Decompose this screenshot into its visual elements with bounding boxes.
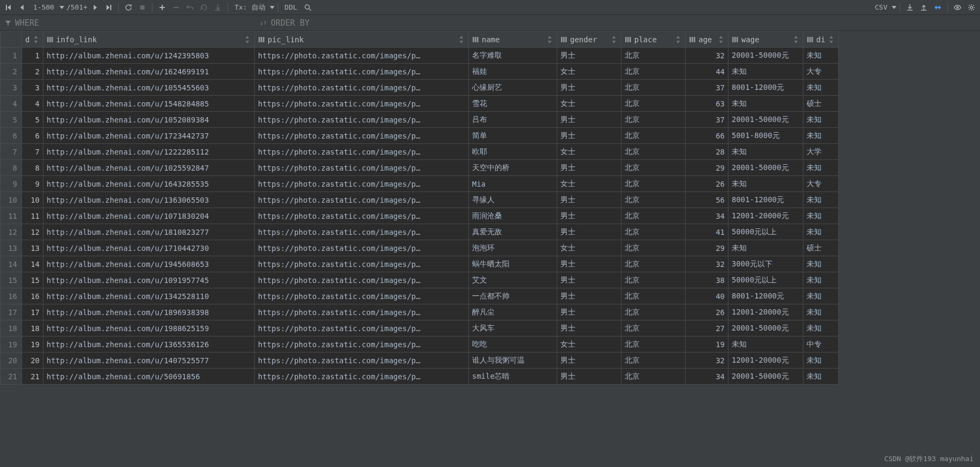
cell-di[interactable]: 未知	[803, 112, 839, 128]
cell-d[interactable]: 4	[22, 96, 43, 112]
cell-pic_link[interactable]: https://photo.zastatic.com/images/p…	[255, 112, 469, 128]
cell-info_link[interactable]: http://album.zhenai.com/u/1091957745	[43, 272, 255, 288]
row-gutter[interactable]: 20	[1, 353, 22, 369]
cell-age[interactable]: 66	[686, 128, 728, 144]
row-gutter[interactable]: 2	[1, 64, 22, 80]
cell-info_link[interactable]: http://album.zhenai.com/u/1548284885	[43, 96, 255, 112]
table-row[interactable]: 1010http://album.zhenai.com/u/1363065503…	[1, 192, 839, 208]
cell-pic_link[interactable]: https://photo.zastatic.com/images/p…	[255, 96, 469, 112]
cell-di[interactable]: 未知	[803, 320, 839, 336]
row-gutter[interactable]: 11	[1, 208, 22, 224]
cell-age[interactable]: 32	[686, 48, 728, 64]
cell-age[interactable]: 28	[686, 144, 728, 160]
remove-row-icon[interactable]	[170, 1, 183, 14]
cell-wage[interactable]: 50000元以上	[728, 272, 803, 288]
row-gutter[interactable]: 16	[1, 288, 22, 304]
cell-di[interactable]: 未知	[803, 128, 839, 144]
cell-pic_link[interactable]: https://photo.zastatic.com/images/p…	[255, 336, 469, 353]
cell-place[interactable]: 北京	[621, 112, 686, 128]
cell-place[interactable]: 北京	[621, 128, 686, 144]
cell-age[interactable]: 63	[686, 96, 728, 112]
cell-age[interactable]: 41	[686, 224, 728, 240]
cell-place[interactable]: 北京	[621, 144, 686, 160]
cell-wage[interactable]: 20001-50000元	[728, 160, 803, 176]
table-row[interactable]: 1919http://album.zhenai.com/u/1365536126…	[1, 336, 839, 353]
cell-gender[interactable]: 女士	[557, 176, 621, 192]
cell-gender[interactable]: 男士	[557, 256, 621, 272]
table-row[interactable]: 1313http://album.zhenai.com/u/1710442730…	[1, 240, 839, 256]
cell-d[interactable]: 20	[22, 353, 43, 369]
cell-info_link[interactable]: http://album.zhenai.com/u/1643285535	[43, 176, 255, 192]
tx-mode[interactable]: Tx: 自动	[231, 3, 268, 12]
row-gutter[interactable]: 7	[1, 144, 22, 160]
cell-age[interactable]: 32	[686, 256, 728, 272]
cell-d[interactable]: 1	[22, 48, 43, 64]
cell-gender[interactable]: 男士	[557, 80, 621, 96]
prev-page-icon[interactable]	[16, 1, 29, 14]
cell-age[interactable]: 26	[686, 176, 728, 192]
cell-place[interactable]: 北京	[621, 288, 686, 304]
table-row[interactable]: 1717http://album.zhenai.com/u/1896938398…	[1, 304, 839, 320]
cell-place[interactable]: 北京	[621, 208, 686, 224]
search-icon[interactable]	[301, 1, 314, 14]
cell-place[interactable]: 北京	[621, 48, 686, 64]
cell-di[interactable]: 硕士	[803, 96, 839, 112]
cell-pic_link[interactable]: https://photo.zastatic.com/images/p…	[255, 288, 469, 304]
table-row[interactable]: 1818http://album.zhenai.com/u/1988625159…	[1, 320, 839, 336]
cell-pic_link[interactable]: https://photo.zastatic.com/images/p…	[255, 128, 469, 144]
cell-info_link[interactable]: http://album.zhenai.com/u/1896938398	[43, 304, 255, 320]
cell-age[interactable]: 44	[686, 64, 728, 80]
cell-di[interactable]: 中专	[803, 336, 839, 353]
cell-name[interactable]: 名字难取	[469, 48, 557, 64]
cell-d[interactable]: 8	[22, 160, 43, 176]
row-gutter[interactable]: 14	[1, 256, 22, 272]
cell-d[interactable]: 2	[22, 64, 43, 80]
cell-wage[interactable]: 8001-12000元	[728, 192, 803, 208]
cell-d[interactable]: 5	[22, 112, 43, 128]
cell-name[interactable]: 吃吃	[469, 336, 557, 353]
cell-name[interactable]: 雨润沧桑	[469, 208, 557, 224]
row-gutter[interactable]: 6	[1, 128, 22, 144]
cell-wage[interactable]: 5001-8000元	[728, 128, 803, 144]
cell-di[interactable]: 未知	[803, 256, 839, 272]
col-info_link[interactable]: info_link	[43, 32, 255, 48]
cell-gender[interactable]: 男士	[557, 128, 621, 144]
cell-wage[interactable]: 未知	[728, 240, 803, 256]
cell-place[interactable]: 北京	[621, 224, 686, 240]
view-icon[interactable]	[951, 1, 964, 14]
row-gutter[interactable]: 12	[1, 224, 22, 240]
undo-icon[interactable]	[184, 1, 196, 14]
row-gutter[interactable]: 4	[1, 96, 22, 112]
cell-wage[interactable]: 未知	[728, 176, 803, 192]
cell-info_link[interactable]: http://album.zhenai.com/u/1071830204	[43, 208, 255, 224]
cell-d[interactable]: 17	[22, 304, 43, 320]
table-row[interactable]: 33http://album.zhenai.com/u/1055455603ht…	[1, 80, 839, 96]
row-gutter[interactable]: 8	[1, 160, 22, 176]
table-row[interactable]: 1414http://album.zhenai.com/u/1945608653…	[1, 256, 839, 272]
export-format[interactable]: CSV	[872, 3, 891, 11]
cell-gender[interactable]: 女士	[557, 336, 621, 353]
cell-d[interactable]: 18	[22, 320, 43, 336]
cell-age[interactable]: 38	[686, 272, 728, 288]
table-row[interactable]: 1616http://album.zhenai.com/u/1342528110…	[1, 288, 839, 304]
cell-gender[interactable]: 男士	[557, 272, 621, 288]
row-gutter[interactable]: 18	[1, 320, 22, 336]
cell-wage[interactable]: 未知	[728, 144, 803, 160]
cell-name[interactable]: 艾文	[469, 272, 557, 288]
cell-d[interactable]: 11	[22, 208, 43, 224]
cell-place[interactable]: 北京	[621, 304, 686, 320]
cell-place[interactable]: 北京	[621, 272, 686, 288]
cell-gender[interactable]: 男士	[557, 208, 621, 224]
cell-di[interactable]: 未知	[803, 369, 839, 385]
cell-d[interactable]: 7	[22, 144, 43, 160]
cell-d[interactable]: 14	[22, 256, 43, 272]
cell-gender[interactable]: 男士	[557, 192, 621, 208]
row-gutter[interactable]: 19	[1, 336, 22, 353]
cell-d[interactable]: 12	[22, 224, 43, 240]
cell-info_link[interactable]: http://album.zhenai.com/u/1052089384	[43, 112, 255, 128]
cell-place[interactable]: 北京	[621, 192, 686, 208]
cell-pic_link[interactable]: https://photo.zastatic.com/images/p…	[255, 208, 469, 224]
cell-pic_link[interactable]: https://photo.zastatic.com/images/p…	[255, 304, 469, 320]
cell-d[interactable]: 19	[22, 336, 43, 353]
cell-age[interactable]: 29	[686, 240, 728, 256]
